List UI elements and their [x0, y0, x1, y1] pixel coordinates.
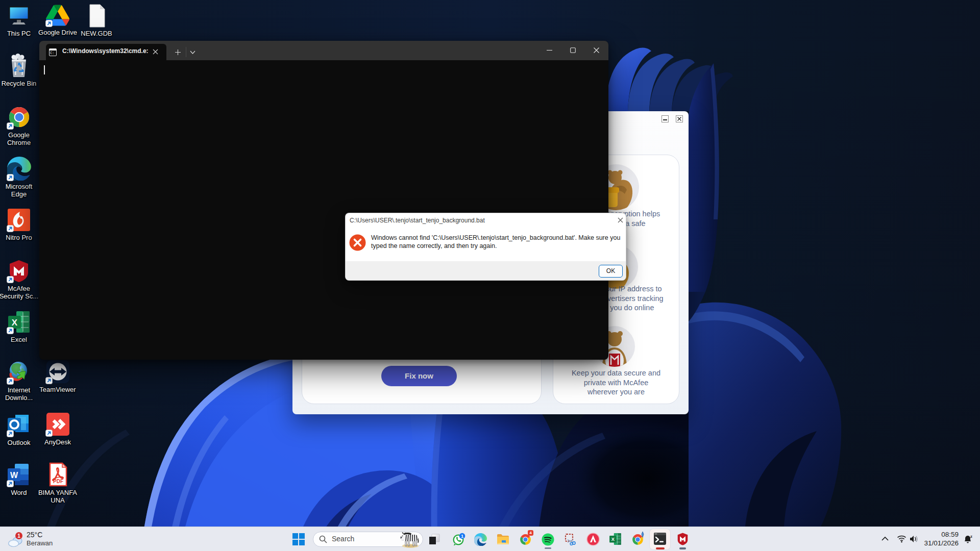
svg-text:1: 1	[17, 533, 20, 539]
svg-text:W: W	[10, 471, 18, 480]
svg-text:PDF: PDF	[53, 479, 63, 484]
svg-text:C:: C:	[50, 51, 54, 55]
svg-text:X: X	[12, 318, 18, 328]
svg-text:z: z	[970, 534, 972, 539]
svg-text:X: X	[611, 537, 615, 542]
svg-text:1: 1	[461, 534, 463, 539]
